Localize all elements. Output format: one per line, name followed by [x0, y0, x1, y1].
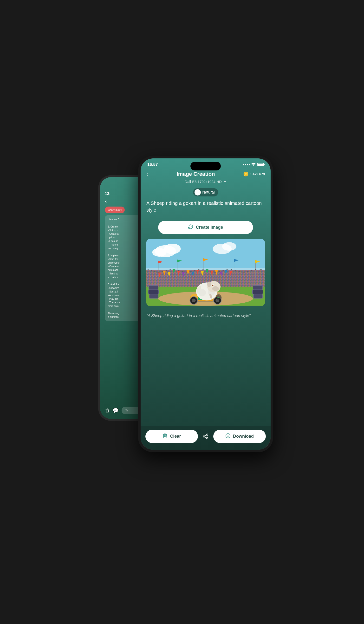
bg-chat-bubble-pink: Can y in my — [105, 207, 125, 213]
clear-button[interactable]: Clear — [145, 430, 198, 443]
svg-point-63 — [212, 286, 219, 291]
bottom-bar: Clear — [141, 426, 271, 450]
trash-icon — [162, 433, 168, 440]
battery-icon — [257, 163, 264, 166]
coins-display: 🪙 1 472 679 — [243, 171, 265, 177]
bg-text-input[interactable]: Ty — [122, 407, 141, 414]
download-label: Download — [233, 434, 254, 439]
svg-point-52 — [192, 299, 196, 302]
image-caption: "A Sheep riding a gokart in a realistic … — [146, 311, 265, 324]
divider — [146, 217, 265, 217]
svg-point-3 — [164, 244, 181, 254]
svg-point-65 — [212, 285, 213, 286]
share-button[interactable] — [200, 431, 211, 442]
model-dropdown[interactable]: Dall-E3 1792x1024 HD ▼ — [185, 180, 226, 184]
page-title: Image Creation — [177, 171, 215, 177]
coins-value: 1 472 679 — [250, 172, 265, 176]
create-image-button[interactable]: Create Image — [158, 221, 253, 234]
bg-trash-icon[interactable]: 🗑 — [105, 408, 110, 413]
create-button-label: Create Image — [196, 225, 223, 230]
wifi-icon — [251, 163, 256, 167]
svg-point-60 — [198, 289, 206, 296]
svg-point-66 — [213, 285, 213, 285]
svg-text:AI: AI — [217, 296, 220, 299]
model-selector[interactable]: Dall-E3 1792x1024 HD ▼ — [141, 178, 271, 187]
status-time: 16:57 — [147, 162, 158, 167]
prompt-text: A Sheep riding a gokart in a realistic a… — [146, 200, 265, 213]
svg-rect-37 — [149, 286, 158, 290]
download-button[interactable]: Download — [213, 430, 266, 443]
bg-chat-icon[interactable]: 💬 — [113, 408, 119, 413]
back-button[interactable]: ‹ — [146, 171, 149, 177]
svg-point-67 — [207, 282, 211, 287]
svg-rect-40 — [253, 286, 262, 290]
toggle-circle — [195, 189, 201, 195]
model-label: Dall-E3 1792x1024 HD — [185, 180, 221, 184]
svg-point-4 — [152, 248, 167, 257]
toggle-section: Natural — [141, 187, 271, 200]
svg-rect-39 — [149, 294, 158, 299]
toggle-label: Natural — [202, 190, 217, 195]
content-area: A Sheep riding a gokart in a realistic a… — [141, 200, 271, 426]
svg-rect-42 — [254, 294, 262, 299]
svg-line-81 — [205, 435, 206, 436]
svg-rect-41 — [253, 290, 263, 294]
main-phone: 16:57 — [138, 156, 273, 452]
generated-image: 4 — [146, 239, 265, 306]
scene: 13: ‹ Can y in my Here are 3 1. Create -… — [91, 156, 273, 468]
svg-line-80 — [205, 437, 206, 438]
signal-dots — [243, 164, 250, 165]
clear-label: Clear — [170, 434, 181, 439]
status-icons — [243, 163, 264, 167]
coin-icon: 🪙 — [243, 171, 248, 177]
natural-toggle[interactable]: Natural — [193, 188, 218, 196]
svg-rect-38 — [148, 290, 159, 294]
dynamic-island — [190, 162, 221, 170]
svg-point-6 — [222, 242, 236, 251]
refresh-icon — [188, 224, 193, 231]
download-icon — [225, 433, 231, 440]
dropdown-arrow-icon: ▼ — [224, 180, 227, 183]
